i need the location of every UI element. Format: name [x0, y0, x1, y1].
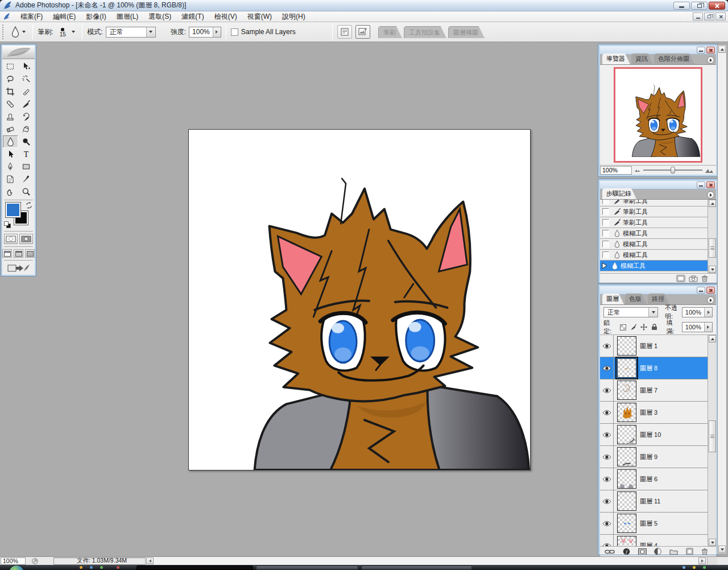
- tray-icon[interactable]: [682, 566, 685, 569]
- layers-menu-button[interactable]: [707, 296, 714, 304]
- scroll-thumb[interactable]: [709, 238, 716, 258]
- history-source-well[interactable]: [602, 200, 609, 204]
- scroll-thumb[interactable]: [709, 420, 716, 452]
- tool-clone-stamp[interactable]: [3, 110, 18, 123]
- close-button[interactable]: [709, 2, 725, 10]
- fill-field[interactable]: 100%: [682, 322, 713, 332]
- tool-history-brush[interactable]: [19, 110, 34, 123]
- tool-dodge[interactable]: [19, 135, 34, 148]
- navigator-titlebar[interactable]: [600, 46, 716, 55]
- minimize-button[interactable]: [673, 2, 690, 10]
- history-titlebar[interactable]: [600, 181, 716, 189]
- menu-edit[interactable]: 編輯(E): [48, 11, 81, 22]
- layer-row[interactable]: 圖層 3: [600, 402, 708, 424]
- layers-scrollbar[interactable]: [708, 335, 716, 546]
- visibility-toggle[interactable]: [600, 357, 614, 379]
- layer-row[interactable]: 圖層 7: [600, 379, 708, 402]
- link-layers-icon[interactable]: [605, 549, 615, 555]
- toolbox-header[interactable]: [2, 46, 35, 59]
- adjustment-layer-icon[interactable]: [654, 548, 661, 555]
- slider-handle[interactable]: [671, 167, 675, 174]
- layer-thumbnail[interactable]: [617, 447, 636, 466]
- document-size-field[interactable]: 文件: 1.03M/9.34M: [53, 557, 150, 565]
- options-drag-handle[interactable]: [2, 24, 6, 39]
- layer-thumbnail[interactable]: [617, 381, 636, 400]
- menu-file[interactable]: 檔案(F): [15, 11, 48, 22]
- tool-path-selection[interactable]: [3, 148, 18, 160]
- tool-preset-picker[interactable]: [8, 25, 28, 39]
- lock-position-button[interactable]: [640, 324, 648, 331]
- scroll-up-button[interactable]: [718, 46, 726, 53]
- well-tab-tool-presets[interactable]: 工具預設集: [404, 26, 446, 38]
- visibility-toggle[interactable]: [600, 446, 614, 468]
- tool-move[interactable]: [19, 60, 34, 73]
- menu-view[interactable]: 檢視(V): [209, 11, 242, 22]
- menu-layer[interactable]: 圖層(L): [111, 11, 144, 22]
- sample-all-layers-checkbox[interactable]: [231, 28, 238, 36]
- history-minimize-button[interactable]: [697, 181, 705, 188]
- tab-channels[interactable]: 色版: [625, 294, 647, 304]
- lock-paint-button[interactable]: [630, 324, 638, 331]
- history-state[interactable]: 筆刷工具: [600, 206, 708, 217]
- navigator-minimize-button[interactable]: [697, 47, 705, 53]
- history-menu-button[interactable]: [707, 191, 714, 199]
- delete-icon[interactable]: [701, 275, 708, 282]
- visibility-toggle[interactable]: [600, 490, 614, 512]
- history-pointer-icon[interactable]: [602, 262, 607, 269]
- tray-icon[interactable]: [693, 566, 696, 569]
- doc-restore-button[interactable]: [704, 13, 714, 20]
- menu-filter[interactable]: 濾鏡(T): [176, 11, 209, 22]
- jump-to-imageready-button[interactable]: [7, 263, 30, 273]
- fullscreen-menubar-mode-button[interactable]: [14, 249, 23, 258]
- menu-window[interactable]: 視窗(W): [242, 11, 277, 22]
- visibility-toggle[interactable]: [600, 379, 614, 401]
- tool-healing-brush[interactable]: [3, 98, 18, 110]
- navigator-zoom-slider[interactable]: [632, 167, 716, 174]
- tool-magic-wand[interactable]: [19, 73, 34, 85]
- history-source-well[interactable]: [602, 230, 609, 237]
- scroll-right-button[interactable]: [698, 557, 706, 564]
- lock-all-button[interactable]: [650, 324, 658, 331]
- layer-mask-icon[interactable]: [638, 548, 647, 555]
- well-tab-layer-comps[interactable]: 圖層構圖: [448, 26, 485, 38]
- navigator-zoom-field[interactable]: 100%: [600, 166, 632, 175]
- layer-thumbnail[interactable]: [617, 336, 636, 356]
- taskbar-item[interactable]: [361, 565, 472, 570]
- canvas[interactable]: [188, 129, 531, 470]
- visibility-toggle[interactable]: [600, 402, 614, 423]
- strength-field[interactable]: 100%: [189, 27, 221, 38]
- tab-history[interactable]: 步驟記錄: [602, 188, 636, 199]
- document-vertical-scrollbar[interactable]: [717, 44, 727, 554]
- taskbar-item[interactable]: [256, 565, 358, 570]
- history-state[interactable]: 筆刷工具: [600, 217, 708, 228]
- tool-hand[interactable]: [3, 185, 18, 198]
- history-source-well[interactable]: [602, 208, 609, 215]
- menu-image[interactable]: 影像(I): [81, 11, 111, 22]
- tool-blur[interactable]: [3, 135, 18, 148]
- history-source-well[interactable]: [602, 241, 609, 247]
- layer-thumbnail[interactable]: [617, 469, 636, 489]
- layers-minimize-button[interactable]: [697, 287, 705, 294]
- start-button[interactable]: [9, 565, 24, 570]
- scroll-down-button[interactable]: [709, 539, 716, 546]
- menu-select[interactable]: 選取(S): [143, 11, 176, 22]
- visibility-toggle[interactable]: [600, 513, 614, 534]
- doc-minimize-button[interactable]: [693, 13, 703, 20]
- visibility-toggle[interactable]: [600, 468, 614, 490]
- tool-zoom[interactable]: [19, 185, 34, 198]
- swap-colors-icon[interactable]: [26, 202, 32, 209]
- layer-thumbnail[interactable]: [617, 514, 636, 533]
- mode-select[interactable]: 正常: [106, 27, 156, 38]
- layer-row[interactable]: 圖層 4: [600, 535, 708, 546]
- lock-transparency-button[interactable]: [619, 324, 627, 331]
- history-close-button[interactable]: [706, 181, 715, 188]
- history-source-well[interactable]: [602, 219, 609, 226]
- layer-row[interactable]: 圖層 6: [600, 468, 708, 490]
- quicklaunch-icon[interactable]: [117, 566, 119, 569]
- layer-row[interactable]: 圖層 9: [600, 446, 708, 468]
- well-tab-brushes[interactable]: 筆刷: [378, 26, 402, 38]
- history-state-selected[interactable]: 模糊工具: [600, 261, 708, 271]
- quicklaunch-icon[interactable]: [100, 566, 103, 569]
- layer-thumbnail[interactable]: [617, 491, 636, 511]
- standard-screen-mode-button[interactable]: [2, 249, 12, 258]
